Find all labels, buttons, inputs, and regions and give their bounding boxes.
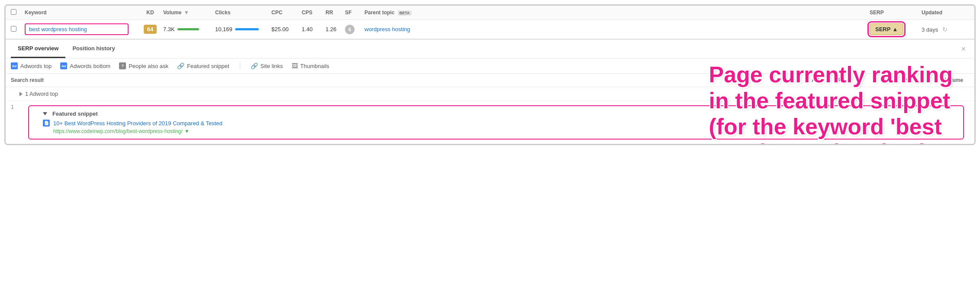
header-clicks: Clicks <box>215 10 271 16</box>
tab-position-history[interactable]: Position history <box>65 40 122 58</box>
question-icon: ? <box>119 62 126 69</box>
featured-link[interactable]: 10+ Best WordPress Hosting Providers of … <box>53 120 222 127</box>
featured-url: https://www.codeinwp.com/blog/best-wordp… <box>53 128 183 134</box>
header-volume: Volume ▼ <box>163 10 215 16</box>
kd-cell: 64 <box>137 25 163 34</box>
url-dropdown-icon[interactable]: ▼ <box>184 128 190 134</box>
filter-people-ask-label: People also ask <box>129 63 168 69</box>
filter-site-links[interactable]: 🔗 Site links <box>251 62 283 69</box>
filter-bar: Ad Adwords top Ad Adwords bottom ? Peopl… <box>6 58 974 74</box>
refresh-icon[interactable]: ↻ <box>942 26 948 33</box>
header-cl: Cl <box>870 77 896 83</box>
clicks-value: 10,169 <box>215 26 232 32</box>
volume-cell: 7.3K <box>163 26 215 32</box>
header-parent: Parent topic BETA <box>364 10 442 16</box>
filter-thumbnails-label: Thumbnails <box>300 63 329 69</box>
ad-bottom-icon: Ad <box>60 62 67 69</box>
header-dr: DR <box>826 77 848 83</box>
beta-badge: BETA <box>398 10 412 16</box>
featured-snippet-row: Featured snippet 📄 10+ Best WordPress Ho… <box>28 105 964 140</box>
filter-people-ask[interactable]: ? People also ask <box>119 62 168 69</box>
clicks-cell: 10,169 <box>215 26 271 32</box>
header-search-result: Search result <box>11 77 805 83</box>
keyword-cell[interactable]: best wordpress hosting <box>25 23 129 35</box>
main-container: Keyword KD Volume ▼ Clicks CPC CPS RR SF… <box>4 4 976 145</box>
separator <box>240 62 240 70</box>
sf-badge: 6 <box>345 25 355 34</box>
featured-url-row: https://www.codeinwp.com/blog/best-wordp… <box>43 128 958 134</box>
parent-topic-link[interactable]: wordpress hosting <box>364 26 410 32</box>
header-u: U <box>848 77 870 83</box>
volume-bar <box>177 28 199 30</box>
kd-badge: 64 <box>144 25 157 34</box>
rr-cell: 1.26 <box>326 26 345 32</box>
filter-adwords-bottom-label: Adwords bottom <box>70 63 110 69</box>
volume-sort-icon[interactable]: ▼ <box>184 10 189 16</box>
header-cpc: CPC <box>271 10 302 16</box>
image-icon: 🖼 <box>292 62 298 69</box>
serp-panel: SERP overview Position history × Ad Adwo… <box>6 39 974 144</box>
ad-top-icon: Ad <box>11 62 18 69</box>
header-ar: AR <box>805 77 826 83</box>
link-icon: 🔗 <box>177 62 184 69</box>
header-t: T <box>917 77 939 83</box>
header-rr: RR <box>326 10 345 16</box>
page-icon: 📄 <box>43 120 50 127</box>
updated-value: 3 days <box>922 26 938 33</box>
featured-row-wrapper: 1 Featured snippet 📄 10+ Best WordPress … <box>6 101 974 144</box>
header-checkbox-col <box>11 9 25 16</box>
updated-cell: 3 days ↻ <box>922 26 969 33</box>
row-number: 1 <box>11 104 19 110</box>
table-header: Keyword KD Volume ▼ Clicks CPC CPS RR SF… <box>6 6 974 20</box>
select-all-checkbox[interactable] <box>11 9 16 15</box>
clicks-bar <box>235 28 259 30</box>
parent-topic-cell: wordpress hosting <box>364 26 442 32</box>
filter-adwords-top-label: Adwords top <box>20 63 52 69</box>
header-keyword: Keyword <box>25 10 137 16</box>
adword-top-row: 1 Adword top <box>6 87 974 101</box>
adword-label: 1 Adword top <box>25 91 58 97</box>
volume-value: 7.3K <box>163 26 175 32</box>
table-row: best wordpress hosting 64 7.3K 10,169 $2… <box>6 20 974 39</box>
filter-site-links-label: Site links <box>261 63 283 69</box>
results-table-header: Search result AR DR U Cl n T Volume <box>6 74 974 87</box>
row-checkbox[interactable] <box>11 26 16 32</box>
serp-up-arrow-icon: ▲ <box>892 26 898 32</box>
header-sf: SF <box>345 10 364 16</box>
expand-adword-icon[interactable] <box>19 92 23 96</box>
featured-snippet-title: Featured snippet <box>43 110 958 117</box>
keyword-cell-wrapper: best wordpress hosting <box>25 23 137 35</box>
header-n: n <box>896 77 917 83</box>
serp-tabs: SERP overview Position history × <box>6 40 974 58</box>
header-kd: KD <box>137 10 163 16</box>
filter-adwords-bottom[interactable]: Ad Adwords bottom <box>60 62 110 69</box>
header-updated: Updated <box>922 10 969 16</box>
cpc-cell: $25.00 <box>271 26 302 32</box>
cps-cell: 1.40 <box>302 26 326 32</box>
tab-serp-overview[interactable]: SERP overview <box>11 40 65 58</box>
featured-link-row: 📄 10+ Best WordPress Hosting Providers o… <box>43 120 958 127</box>
header-serp: SERP <box>870 10 922 16</box>
header-volume-sr: Volume <box>939 77 969 83</box>
row-checkbox-col <box>11 26 25 33</box>
filter-featured-snippet[interactable]: 🔗 Featured snippet <box>177 62 229 69</box>
serp-button[interactable]: SERP ▲ <box>870 23 903 35</box>
filter-adwords-top[interactable]: Ad Adwords top <box>11 62 52 69</box>
serp-cell: SERP ▲ <box>870 23 922 35</box>
sf-cell: 6 <box>345 25 364 34</box>
header-cps: CPS <box>302 10 326 16</box>
chain-icon: 🔗 <box>251 62 258 69</box>
collapse-featured-icon[interactable] <box>43 112 47 115</box>
close-button[interactable]: × <box>957 41 969 57</box>
filter-thumbnails[interactable]: 🖼 Thumbnails <box>292 62 329 69</box>
filter-featured-snippet-label: Featured snippet <box>187 63 229 69</box>
featured-content: Featured snippet 📄 10+ Best WordPress Ho… <box>43 110 958 134</box>
